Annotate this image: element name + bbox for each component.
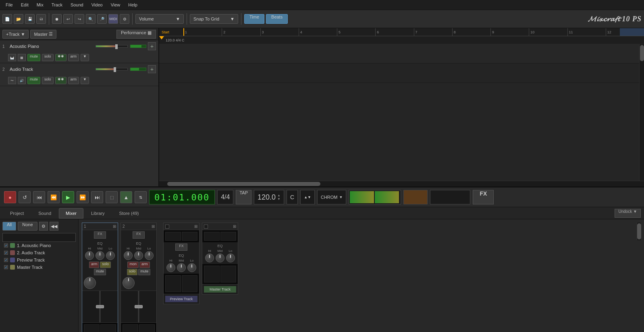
track-1-checkbox[interactable]: ✓	[4, 243, 8, 247]
channel-2-arm-btn[interactable]: arm	[139, 262, 150, 268]
channel-2-mid-knob[interactable]	[134, 251, 143, 260]
track-2-arm-arrow[interactable]: ▼	[81, 77, 89, 84]
tab-project[interactable]: Project	[3, 208, 31, 219]
mixer-track-3[interactable]: ✓ Preview Track	[2, 256, 76, 264]
track-1-volume[interactable]	[96, 45, 128, 47]
menu-sound[interactable]: Sound	[66, 0, 87, 10]
tab-mixer[interactable]: Mixer	[59, 208, 83, 219]
goto-end-btn[interactable]: ⏭	[91, 191, 103, 203]
master-hi-knob[interactable]	[205, 254, 214, 262]
track-lane-1[interactable]	[159, 44, 639, 64]
channel-2-solo-btn[interactable]: solo	[127, 269, 138, 275]
mixer-v-scrollbar-thumb[interactable]	[637, 223, 641, 239]
mixer-gear-btn[interactable]: ⚙	[39, 222, 48, 231]
master-expand[interactable]: ⊞	[233, 224, 236, 229]
track-1-mute[interactable]: mute	[27, 54, 40, 61]
channel-2-lo-knob[interactable]	[145, 251, 154, 260]
track-2-fx[interactable]: ✱✱	[55, 77, 66, 84]
preview-hi-knob[interactable]	[166, 263, 175, 272]
channel-2-pan-knob[interactable]	[123, 277, 135, 289]
filter-all-btn[interactable]: All	[2, 222, 16, 231]
track-lane-2[interactable]	[159, 64, 639, 83]
channel-1-mute-btn[interactable]: mute	[94, 269, 106, 275]
search-btn[interactable]: 🔍	[86, 14, 96, 24]
channel-2-expand[interactable]: ⊞	[152, 224, 155, 229]
channel-2-fx-btn[interactable]: FX	[133, 231, 145, 239]
h-scrollbar[interactable]	[159, 181, 644, 186]
tab-store[interactable]: Store (49)	[112, 208, 146, 219]
piano-grid-icon[interactable]: ▦	[18, 54, 26, 61]
master-mid-knob[interactable]	[216, 254, 224, 262]
volume-dropdown[interactable]: Volume ▼	[135, 14, 184, 24]
search2-btn[interactable]: 🔎	[97, 14, 107, 24]
h-scrollbar-thumb[interactable]	[167, 182, 320, 186]
track-2-arm[interactable]: arm	[68, 77, 79, 84]
track-2-volume[interactable]	[96, 68, 128, 70]
save-as-btn[interactable]: 🗂	[36, 14, 46, 24]
v-scrollbar[interactable]	[639, 44, 644, 181]
settings-btn[interactable]: ⚙	[120, 14, 129, 24]
mixer-track-2[interactable]: ✓ 2. Audio Track	[2, 249, 76, 256]
fx-btn[interactable]: FX	[473, 190, 494, 204]
channel-1-solo-btn[interactable]: solo	[100, 262, 111, 268]
tap-btn[interactable]: TAP	[236, 190, 251, 204]
rewind-btn[interactable]: ⏪	[48, 191, 60, 203]
add-track-btn[interactable]: +Track ▼	[2, 30, 29, 39]
track-2-mute[interactable]: mute	[27, 77, 40, 84]
mix-btn[interactable]: ⇅	[135, 191, 147, 203]
preview-name-label[interactable]: Preview Track	[165, 296, 197, 302]
track-2-add[interactable]: +	[148, 65, 156, 73]
track-2-checkbox[interactable]: ✓	[4, 251, 8, 255]
redo-btn[interactable]: ↪	[75, 14, 84, 24]
filter-none-btn[interactable]: None	[18, 222, 37, 231]
preview-lo-knob[interactable]	[187, 263, 196, 272]
mixer-collapse-btn[interactable]: ◀◀	[50, 222, 58, 231]
track-1-solo[interactable]: solo	[42, 54, 54, 61]
menu-file[interactable]: File	[2, 0, 17, 10]
record-transport-btn[interactable]: ●	[4, 191, 16, 203]
track-1-arm-arrow[interactable]: ▼	[81, 54, 89, 61]
play-btn[interactable]: ▶	[62, 191, 74, 203]
v-scrollbar-thumb[interactable]	[640, 45, 644, 61]
menu-view[interactable]: View	[107, 0, 125, 10]
goto-start-btn[interactable]: ⏮	[33, 191, 45, 203]
new-btn[interactable]: 📄	[2, 14, 12, 24]
mixer-search[interactable]	[2, 233, 76, 242]
time-btn[interactable]: Time	[244, 14, 264, 24]
menu-help[interactable]: Help	[124, 0, 141, 10]
channel-2-fader[interactable]	[121, 291, 156, 323]
punch-btn[interactable]: ⬚	[106, 191, 118, 203]
menu-video[interactable]: Video	[87, 0, 107, 10]
preview-expand[interactable]: ⊞	[194, 224, 197, 229]
menu-mix[interactable]: Mix	[33, 0, 48, 10]
undo-btn[interactable]: ↩	[63, 14, 73, 24]
audio-wave-icon[interactable]: 〜	[8, 77, 16, 84]
track-2-solo[interactable]: solo	[42, 77, 54, 84]
master-btn[interactable]: Master ☰	[30, 30, 56, 39]
preview-fx-btn[interactable]: FX	[175, 243, 187, 251]
performance-btn[interactable]: Performance ▦	[116, 30, 156, 39]
channel-1-fader[interactable]	[82, 291, 118, 323]
track-1-add[interactable]: +	[148, 42, 156, 50]
channel-1-expand[interactable]: ⊞	[113, 224, 116, 229]
channel-2-mute-btn[interactable]: mute	[138, 269, 150, 275]
master-lo-knob[interactable]	[226, 254, 235, 262]
record-btn[interactable]: ⏺	[52, 14, 62, 24]
menu-edit[interactable]: Edit	[17, 0, 33, 10]
tab-library[interactable]: Library	[84, 208, 112, 219]
beats-btn[interactable]: Beats	[266, 14, 288, 24]
channel-1-lo-knob[interactable]	[106, 251, 115, 260]
tab-sound[interactable]: Sound	[31, 208, 58, 219]
bpm-down[interactable]: ▼	[277, 197, 280, 201]
save-btn[interactable]: 💾	[25, 14, 35, 24]
track-3-checkbox[interactable]: ✓	[4, 258, 8, 262]
audio-speaker-icon[interactable]: 🔊	[18, 77, 26, 84]
undock-btn[interactable]: Undock ▼	[615, 209, 641, 218]
track-1-fx[interactable]: ✱✱	[55, 54, 66, 61]
track-1-arm[interactable]: arm	[68, 54, 79, 61]
snap-dropdown[interactable]: Snap To Grid ▼	[190, 14, 238, 24]
master-checkbox[interactable]	[204, 225, 208, 229]
open-btn[interactable]: 📂	[14, 14, 23, 24]
channel-1-fx-btn[interactable]: FX	[94, 231, 106, 239]
track-4-checkbox[interactable]: ✓	[4, 265, 8, 269]
